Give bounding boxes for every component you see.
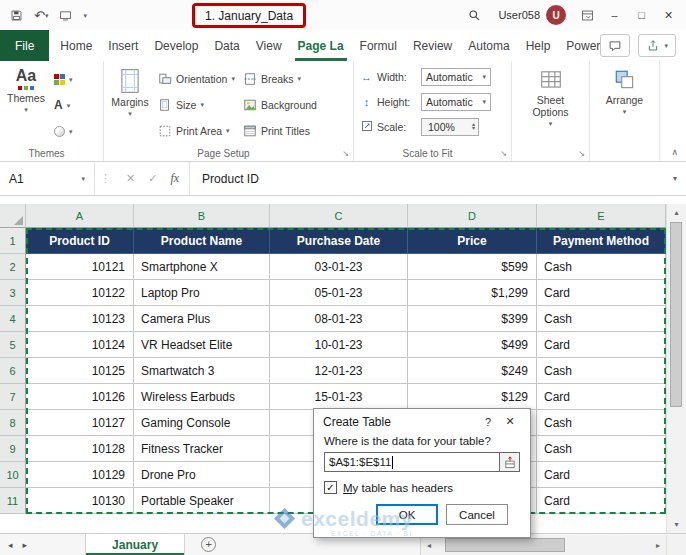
table-range-input[interactable]: $A$1:$E$11 — [324, 452, 500, 472]
customize-toolbar-icon[interactable]: ▾ — [83, 12, 87, 19]
cell-B10[interactable]: Drone Pro — [134, 462, 270, 488]
maximize-button[interactable]: □ — [628, 0, 655, 30]
collapse-ribbon-icon[interactable]: ∧ — [671, 147, 678, 157]
scroll-up-icon[interactable]: ▴ — [667, 208, 686, 217]
sheet-options-dialog-launcher-icon[interactable]: ↘ — [578, 149, 585, 158]
theme-fonts-button[interactable]: A▾ — [50, 93, 77, 117]
row-header-6[interactable]: 6 — [0, 358, 26, 384]
theme-colors-button[interactable]: ▾ — [50, 67, 77, 91]
cell-B4[interactable]: Camera Plus — [134, 306, 270, 332]
tab-insert[interactable]: Insert — [100, 30, 146, 61]
print-area-button[interactable]: Print Area▾ — [154, 118, 239, 143]
cell-C5[interactable]: 10-01-23 — [270, 332, 408, 358]
ribbon-display-options-icon[interactable] — [574, 0, 601, 30]
cell-B3[interactable]: Laptop Pro — [134, 280, 270, 306]
tab-formulas[interactable]: Formul — [352, 30, 405, 61]
cell-E5[interactable]: Card — [537, 332, 666, 358]
cell-B7[interactable]: Wireless Earbuds — [134, 384, 270, 410]
cell-C6[interactable]: 12-01-23 — [270, 358, 408, 384]
cell-C4[interactable]: 08-01-23 — [270, 306, 408, 332]
spin-down-icon[interactable]: ▾ — [472, 127, 475, 130]
cell-A3[interactable]: 10122 — [26, 280, 134, 306]
vertical-scrollbar[interactable]: ▴ ▾ — [666, 204, 686, 533]
cell-D7[interactable]: $129 — [408, 384, 537, 410]
cell-B6[interactable]: Smartwatch 3 — [134, 358, 270, 384]
size-button[interactable]: Size▾ — [154, 92, 239, 117]
scroll-right-icon[interactable]: ▸ — [650, 541, 666, 550]
dialog-help-icon[interactable]: ? — [477, 416, 499, 428]
scroll-down-icon[interactable]: ▾ — [667, 520, 686, 529]
next-sheet-icon[interactable]: ▸ — [23, 540, 28, 550]
page-setup-dialog-launcher-icon[interactable]: ↘ — [342, 149, 349, 158]
row-header-10[interactable]: 10 — [0, 462, 26, 488]
cell-A5[interactable]: 10124 — [26, 332, 134, 358]
column-header-B[interactable]: B — [134, 204, 270, 228]
row-header-3[interactable]: 3 — [0, 280, 26, 306]
select-all-corner[interactable] — [0, 204, 26, 228]
cell-A11[interactable]: 10130 — [26, 488, 134, 514]
horizontal-scrollbar[interactable]: ◂ ▸ — [420, 535, 666, 555]
undo-button[interactable]: ↶▾ — [34, 8, 48, 23]
share-button[interactable]: ▾ — [638, 34, 676, 57]
save-icon[interactable] — [10, 9, 23, 22]
tab-review[interactable]: Review — [405, 30, 460, 61]
cell-A9[interactable]: 10128 — [26, 436, 134, 462]
previous-sheet-icon[interactable]: ◂ — [8, 540, 13, 550]
cell-B5[interactable]: VR Headset Elite — [134, 332, 270, 358]
row-header-5[interactable]: 5 — [0, 332, 26, 358]
tab-data[interactable]: Data — [206, 30, 247, 61]
cell-E3[interactable]: Card — [537, 280, 666, 306]
row-header-11[interactable]: 11 — [0, 488, 26, 514]
new-sheet-button[interactable]: + — [201, 537, 216, 552]
expand-formula-bar-icon[interactable]: ▾ — [664, 162, 686, 195]
comments-button[interactable] — [600, 34, 630, 57]
cell-C1[interactable]: Purchase Date — [270, 228, 408, 254]
sheet-options-button[interactable]: Sheet Options ▾ — [520, 64, 582, 144]
horizontal-scroll-thumb[interactable] — [445, 538, 565, 552]
cell-E7[interactable]: Card — [537, 384, 666, 410]
cell-E11[interactable]: Card — [537, 488, 666, 514]
cell-A1[interactable]: Product ID — [26, 228, 134, 254]
cell-A6[interactable]: 10125 — [26, 358, 134, 384]
column-header-C[interactable]: C — [270, 204, 408, 228]
cell-B11[interactable]: Portable Speaker — [134, 488, 270, 514]
cancel-button[interactable]: Cancel — [446, 504, 508, 525]
cell-A4[interactable]: 10123 — [26, 306, 134, 332]
print-titles-button[interactable]: Print Titles — [239, 118, 321, 143]
cell-E9[interactable]: Cash — [537, 436, 666, 462]
breaks-button[interactable]: Breaks▾ — [239, 66, 321, 91]
margins-button[interactable]: Margins ▾ — [106, 64, 154, 144]
width-select[interactable]: Automatic▾ — [421, 68, 491, 86]
row-header-2[interactable]: 2 — [0, 254, 26, 280]
formula-input[interactable]: Product ID — [190, 162, 664, 195]
cell-E6[interactable]: Cash — [537, 358, 666, 384]
column-header-E[interactable]: E — [537, 204, 666, 228]
cell-B9[interactable]: Fitness Tracker — [134, 436, 270, 462]
cell-E8[interactable]: Cash — [537, 410, 666, 436]
close-button[interactable]: ✕ — [655, 0, 682, 30]
cell-E4[interactable]: Cash — [537, 306, 666, 332]
name-box[interactable]: A1▾ — [0, 162, 95, 195]
background-button[interactable]: Background — [239, 92, 321, 117]
cell-B8[interactable]: Gaming Console — [134, 410, 270, 436]
cell-D1[interactable]: Price — [408, 228, 537, 254]
cell-D6[interactable]: $249 — [408, 358, 537, 384]
tab-help[interactable]: Help — [518, 30, 559, 61]
column-header-A[interactable]: A — [26, 204, 134, 228]
cell-D4[interactable]: $399 — [408, 306, 537, 332]
cell-D5[interactable]: $499 — [408, 332, 537, 358]
themes-button[interactable]: Aa Themes ▾ — [2, 64, 50, 144]
arrange-button[interactable]: Arrange ▾ — [597, 64, 653, 144]
scroll-left-icon[interactable]: ◂ — [421, 541, 437, 550]
touch-mouse-mode-icon[interactable] — [59, 9, 72, 22]
collapse-range-button[interactable] — [500, 452, 520, 472]
orientation-button[interactable]: Orientation▾ — [154, 66, 239, 91]
cell-E10[interactable]: Card — [537, 462, 666, 488]
scale-input[interactable]: 100%▴▾ — [421, 118, 479, 136]
theme-effects-button[interactable]: ▾ — [50, 119, 77, 143]
scale-to-fit-dialog-launcher-icon[interactable]: ↘ — [500, 149, 507, 158]
height-select[interactable]: Automatic▾ — [421, 93, 491, 111]
search-icon[interactable] — [461, 0, 488, 30]
cell-A7[interactable]: 10126 — [26, 384, 134, 410]
workbook-name[interactable]: 1. January_Data — [192, 3, 306, 28]
